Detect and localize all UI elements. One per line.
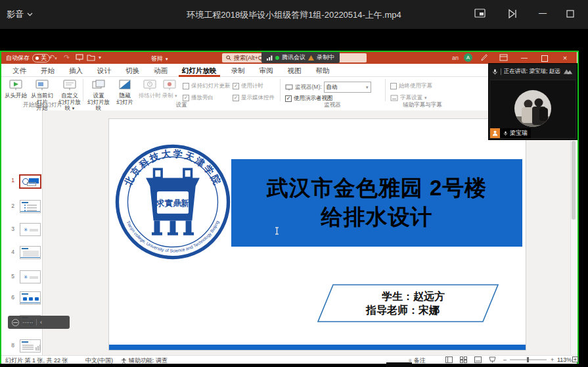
- meeting-recording-pill[interactable]: 腾讯会议 录制中: [261, 52, 340, 63]
- tab-slideshow[interactable]: 幻灯片放映: [175, 64, 224, 77]
- thumbnail-slide-5[interactable]: ✳: [20, 270, 41, 283]
- start-slideshow-quick-icon[interactable]: [76, 54, 83, 62]
- signal-bars-icon: [267, 55, 273, 61]
- tab-home[interactable]: 开始: [34, 64, 62, 77]
- divider: [501, 68, 501, 75]
- student-info-shape[interactable]: 学生：赵远方 指导老师：宋娜: [317, 284, 499, 322]
- ppt-statusbar: 幻灯片 第 1 张, 共 22 张 中文(中国) 辅助功能: 调查 ≡ 备注: [1, 355, 577, 364]
- redo-button[interactable]: ↷: [64, 53, 70, 62]
- accessibility-status[interactable]: 辅助功能: 调查: [121, 356, 168, 365]
- tab-animations[interactable]: 动画: [147, 64, 175, 77]
- subtitle-settings-icon: [390, 95, 398, 101]
- divider: [36, 319, 37, 326]
- thumbnail-slide-3[interactable]: ✳: [20, 223, 41, 236]
- tab-view[interactable]: 视图: [281, 64, 309, 77]
- group-divider: [280, 79, 281, 101]
- thumbnail-slide-1[interactable]: [19, 174, 41, 189]
- participant-avatar: [514, 90, 551, 127]
- thumb-number: 2: [5, 203, 14, 209]
- screen-share-region: 自动保存 关 ↶▾ ↷ ▾ 答辩 ▾ 搜索(Alt+Q): [0, 51, 579, 364]
- tab-insert[interactable]: 插入: [62, 64, 90, 77]
- checkbox-unchecked-icon: [390, 83, 397, 89]
- ppt-minimize-button[interactable]: —: [520, 54, 528, 62]
- university-logo: 北京科技大学天津学院 Tianjin college, University o…: [114, 143, 231, 260]
- checkbox-checked-icon: ✓: [233, 83, 239, 89]
- zoom-slider[interactable]: [510, 359, 547, 360]
- thumb-number: 6: [5, 294, 14, 301]
- cast-to-device-icon[interactable]: [507, 9, 519, 20]
- meeting-timer-icon: [12, 319, 19, 326]
- collapse-arrow[interactable]: ‹: [40, 319, 42, 326]
- meeting-video-overlay[interactable]: 正在讲话: 梁宝瑞; 赵远方;: [489, 64, 577, 139]
- chevron-down-icon: [27, 12, 33, 16]
- group-label-start: 开始放映幻灯片: [3, 101, 83, 109]
- mini-player-icon[interactable]: [474, 9, 486, 20]
- group-label-setup: 设置: [84, 101, 279, 109]
- autosave-toggle[interactable]: 关: [32, 54, 50, 62]
- document-title[interactable]: 答辩: [151, 55, 163, 63]
- tab-design[interactable]: 设计: [90, 64, 118, 77]
- dropdown-caret-icon: ▾: [424, 95, 427, 101]
- qat-more-icon[interactable]: ▾: [99, 55, 101, 61]
- use-timings-checkbox[interactable]: ✓使用计时: [233, 82, 263, 90]
- slide-sorter-view-button[interactable]: [460, 356, 467, 364]
- record-button[interactable]: 录制 ▾: [159, 79, 180, 99]
- scrollbar-thumb[interactable]: [572, 141, 576, 220]
- normal-view-button[interactable]: [445, 356, 453, 364]
- thumbnail-slide-8[interactable]: [20, 339, 41, 353]
- player-app-menu[interactable]: 影音: [7, 9, 33, 20]
- meeting-app-name: 腾讯会议: [282, 53, 305, 62]
- zoom-out-button[interactable]: –: [503, 356, 507, 363]
- search-placeholder: 搜索(Alt+Q): [234, 54, 265, 62]
- inking-pen-icon[interactable]: [481, 54, 488, 62]
- zoom-in-button[interactable]: +: [551, 356, 554, 363]
- participant-video-tile[interactable]: 梁宝瑞: [489, 80, 576, 139]
- speaking-text: 正在讲话: 梁宝瑞; 赵远方;: [504, 68, 560, 76]
- ppt-close-button[interactable]: ×: [561, 54, 569, 62]
- current-slide-canvas[interactable]: 北京科技大学天津学院 Tianjin college, University o…: [109, 119, 526, 350]
- ribbon-display-options-icon[interactable]: [499, 54, 508, 62]
- group-divider: [385, 79, 386, 101]
- thumbnail-slide-4[interactable]: [20, 246, 41, 259]
- tab-file[interactable]: 文件: [5, 64, 34, 77]
- thumbnail-slide-6[interactable]: [20, 291, 41, 305]
- student-line: 学生：赵远方: [382, 290, 445, 302]
- meeting-floating-text: ⋯⋯: [22, 320, 33, 326]
- player-minimize-button[interactable]: —: [539, 9, 551, 20]
- slideshow-view-button[interactable]: [489, 356, 496, 364]
- checkbox-unchecked-icon: [183, 83, 189, 89]
- monitor-icon: [285, 84, 293, 91]
- always-use-subtitles-checkbox[interactable]: 始终使用字幕: [390, 82, 432, 90]
- accessibility-icon: [121, 358, 127, 364]
- tab-transitions[interactable]: 切换: [118, 64, 147, 77]
- monitor-dropdown[interactable]: 自动 ▾: [324, 82, 371, 93]
- tab-help[interactable]: 帮助: [309, 64, 337, 77]
- thumbnail-slide-2[interactable]: [20, 200, 41, 213]
- keep-slides-updated-checkbox[interactable]: 保持幻灯片更新: [183, 82, 231, 90]
- video-title: 环境工程2018级毕设小组级答辩1组-20220514-上午.mp4: [0, 9, 588, 21]
- participant-name: 梁宝瑞: [510, 129, 528, 137]
- account-avatar[interactable]: A: [464, 53, 472, 62]
- speaking-indicator-bar: 正在讲话: 梁宝瑞; 赵远方;: [489, 64, 577, 80]
- tab-review[interactable]: 审阅: [252, 64, 281, 77]
- reading-view-button[interactable]: [474, 356, 482, 364]
- zoom-slider-thumb[interactable]: [527, 357, 529, 362]
- from-beginning-button[interactable]: 从头开始: [3, 79, 29, 99]
- zoom-level[interactable]: 113%: [557, 356, 572, 363]
- undo-button[interactable]: ↶▾: [49, 53, 57, 62]
- meeting-floating-bar[interactable]: ⋯⋯ ‹: [8, 316, 70, 329]
- player-app-label: 影音: [7, 9, 24, 20]
- monitor-select-row: 监视器(M): 自动 ▾: [285, 82, 371, 93]
- slide-counter: 幻灯片 第 1 张, 共 22 张: [5, 356, 68, 365]
- fit-to-window-button[interactable]: [572, 356, 578, 364]
- language-status[interactable]: 中文(中国): [85, 356, 113, 365]
- thumb-number: 3: [5, 226, 14, 232]
- vertical-scrollbar[interactable]: [570, 110, 577, 355]
- player-maximize-button[interactable]: [566, 9, 578, 20]
- ppt-restore-button[interactable]: [541, 55, 548, 62]
- participant-name-tag: 梁宝瑞: [490, 128, 531, 138]
- tab-record[interactable]: 录制: [224, 64, 252, 77]
- open-folder-icon[interactable]: [87, 54, 95, 62]
- title-dropdown-icon: ▾: [166, 57, 168, 62]
- player-titlebar: 环境工程2018级毕设小组级答辩1组-20220514-上午.mp4 影音 —: [0, 0, 588, 29]
